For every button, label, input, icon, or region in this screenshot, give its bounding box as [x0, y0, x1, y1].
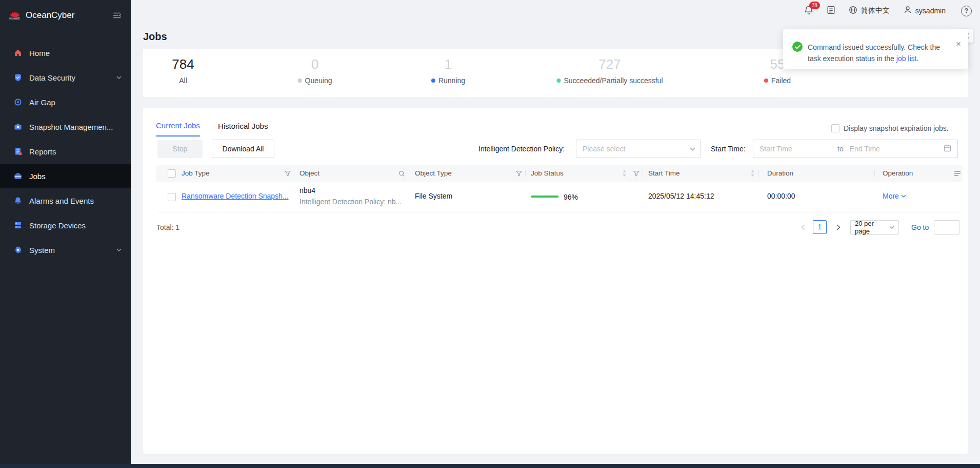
report-icon — [13, 147, 23, 156]
column-header-object: Object — [299, 165, 319, 182]
sidebar: HUAWEI OceanCyber Home Data Security — [0, 0, 131, 468]
column-header-start-time: Start Time — [648, 165, 680, 182]
row-checkbox[interactable] — [168, 193, 176, 201]
sidebar-item-air-gap[interactable]: Air Gap — [0, 90, 131, 114]
object-detail: Intelligent Detection Policy: nb... — [299, 198, 402, 206]
search-icon[interactable] — [398, 170, 405, 177]
pagination-prev-button[interactable] — [801, 224, 805, 230]
column-header-operation: Operation — [883, 165, 913, 182]
tab-historical-jobs[interactable]: Historical Jobs — [218, 122, 268, 136]
more-actions-label: More — [883, 192, 899, 200]
chevron-down-icon — [889, 226, 894, 229]
task-list-button[interactable] — [826, 5, 836, 17]
sort-icon[interactable] — [622, 170, 627, 177]
policy-select[interactable]: Please select — [576, 140, 701, 158]
progress-fill — [531, 196, 558, 198]
close-icon[interactable]: × — [956, 40, 961, 48]
failed-dot — [764, 79, 768, 83]
select-all-checkbox[interactable] — [168, 169, 176, 178]
help-button[interactable]: ? — [961, 6, 972, 16]
sidebar-item-data-security[interactable]: Data Security — [0, 65, 131, 90]
gear-icon — [13, 245, 23, 255]
time-range-picker[interactable]: Start Time to End Time — [753, 140, 958, 158]
stat-succeeded[interactable]: 727 Succeeded/Partially successful — [557, 56, 663, 85]
display-snapshot-expiration-checkbox[interactable] — [831, 124, 839, 132]
stop-button[interactable]: Stop — [157, 140, 203, 158]
stat-queuing[interactable]: 0 Queuing — [298, 56, 332, 85]
sort-icon[interactable] — [750, 170, 755, 177]
sidebar-item-system[interactable]: System — [0, 238, 131, 262]
success-check-icon — [792, 42, 803, 52]
task-list-icon — [826, 5, 836, 17]
column-divider — [874, 170, 875, 177]
goto-page-input[interactable] — [934, 220, 959, 235]
more-actions-button[interactable]: More — [883, 192, 906, 200]
sidebar-item-label: Home — [29, 49, 50, 57]
notification-count-badge: 78 — [809, 2, 820, 9]
filter-icon[interactable] — [633, 170, 639, 177]
sidebar-collapse-icon[interactable] — [112, 11, 122, 20]
start-time-input[interactable]: Start Time — [759, 145, 831, 153]
table-header: Job Type Object Object Type Job Status S… — [156, 165, 963, 183]
column-divider — [758, 170, 759, 177]
topbar: 78 简体中文 sysadmin ? — [804, 5, 972, 17]
tab-current-jobs[interactable]: Current Jobs — [156, 121, 200, 136]
table-row[interactable]: Ransomware Detection Snapsh... nbu4 Inte… — [156, 182, 963, 212]
column-divider — [410, 170, 410, 177]
chevron-down-icon — [116, 248, 122, 251]
sidebar-item-label: Storage Devices — [29, 221, 86, 230]
bell-icon — [13, 196, 23, 205]
column-header-object-type: Object Type — [415, 165, 452, 182]
stat-all[interactable]: 784 All — [172, 56, 194, 85]
column-settings-icon[interactable] — [954, 170, 961, 177]
sidebar-item-storage-devices[interactable]: Storage Devices — [0, 213, 131, 238]
sidebar-item-label: Air Gap — [29, 98, 55, 107]
sidebar-item-alarms-and-events[interactable]: Alarms and Events — [0, 188, 131, 213]
sidebar-item-label: Reports — [29, 147, 56, 156]
download-all-button[interactable]: Download All — [212, 140, 274, 158]
page-size-select[interactable]: 20 per page — [850, 220, 899, 235]
duration-cell: 00:00:00 — [767, 192, 795, 200]
sidebar-item-label: Snapshot Managemen... — [29, 123, 113, 131]
job-list-link[interactable]: job list — [896, 54, 917, 63]
sidebar-item-label: System — [29, 246, 55, 255]
running-dot — [431, 79, 435, 83]
brand-header: HUAWEI OceanCyber — [0, 0, 131, 31]
succeeded-dot — [557, 79, 561, 83]
filter-icon[interactable] — [285, 170, 291, 177]
briefcase-icon — [13, 171, 23, 181]
column-divider — [294, 170, 294, 177]
sidebar-menu: Home Data Security Air Gap Snapshot Mana… — [0, 31, 131, 262]
filter-icon[interactable] — [516, 170, 522, 177]
sidebar-item-jobs[interactable]: Jobs — [0, 164, 131, 188]
language-switcher[interactable]: 简体中文 — [848, 5, 890, 17]
stat-running[interactable]: 1 Running — [431, 56, 465, 85]
column-divider — [643, 170, 643, 177]
success-toast: Command issued successfully. Check the t… — [783, 29, 968, 69]
sidebar-item-snapshot-management[interactable]: Snapshot Managemen... — [0, 114, 131, 139]
job-type-link[interactable]: Ransomware Detection Snapsh... — [182, 192, 289, 200]
object-name: nbu4 — [299, 186, 315, 194]
notifications-button[interactable]: 78 — [804, 5, 814, 17]
column-divider — [525, 170, 526, 177]
stat-label: Queuing — [305, 76, 332, 85]
shield-icon — [13, 73, 23, 82]
display-snapshot-expiration-option[interactable]: Display snapshot expiration jobs. — [831, 124, 949, 132]
storage-icon — [13, 221, 23, 230]
jobs-tabs: Current Jobs Historical Jobs — [156, 121, 268, 136]
sidebar-item-home[interactable]: Home — [0, 41, 131, 65]
goto-page-label: Go to — [911, 223, 929, 231]
end-time-input[interactable]: End Time — [850, 145, 937, 153]
pagination-page-1[interactable]: 1 — [813, 220, 827, 234]
range-separator: to — [837, 145, 844, 153]
username-label: sysadmin — [915, 7, 946, 15]
pagination-next-button[interactable] — [836, 224, 841, 230]
toast-message: Command issued successfully. Check the t… — [808, 42, 951, 64]
start-time-cell: 2025/05/12 14:45:12 — [648, 192, 714, 200]
stat-label: Running — [438, 76, 465, 85]
sidebar-item-reports[interactable]: Reports — [0, 139, 131, 164]
app-name: OceanCyber — [26, 10, 74, 21]
user-menu[interactable]: sysadmin — [903, 5, 946, 16]
home-icon — [13, 48, 23, 57]
queuing-dot — [298, 79, 302, 83]
